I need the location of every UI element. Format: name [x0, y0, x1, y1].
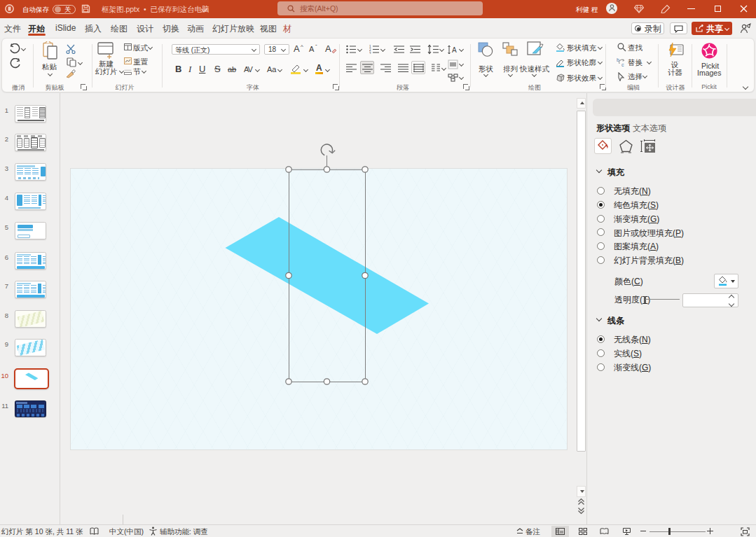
svg-text:3: 3: [369, 52, 371, 55]
svg-text:c: c: [621, 62, 624, 67]
svg-text:A: A: [452, 46, 457, 54]
